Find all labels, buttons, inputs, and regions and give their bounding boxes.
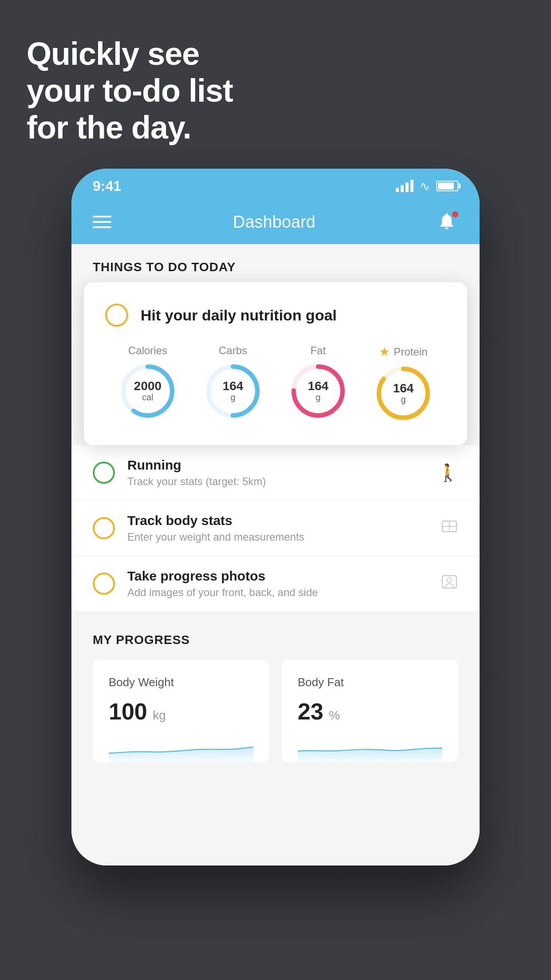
content-area: THINGS TO DO TODAY Hit your daily nutrit… xyxy=(71,244,480,865)
nutrition-carbs: Carbs 164 g xyxy=(204,344,262,420)
star-icon: ★ xyxy=(379,344,390,359)
shoe-icon: 🚶 xyxy=(437,463,458,482)
carbs-label: Carbs xyxy=(219,344,247,357)
body-weight-unit: kg xyxy=(153,708,166,722)
svg-point-12 xyxy=(447,578,452,582)
phone-mockup: 9:41 ∿ Dashboard xyxy=(71,169,480,950)
body-weight-value-row: 100 kg xyxy=(109,698,253,725)
photos-subtitle: Add images of your front, back, and side xyxy=(127,586,441,599)
wifi-icon: ∿ xyxy=(420,179,430,194)
status-bar: 9:41 ∿ xyxy=(71,169,480,200)
body-fat-card[interactable]: Body Fat 23 % xyxy=(282,660,458,762)
calories-unit: cal xyxy=(134,392,161,403)
todo-list: Running Track your stats (target: 5km) 🚶… xyxy=(71,445,480,612)
running-title: Running xyxy=(127,458,437,473)
nutrition-card-title: Hit your daily nutrition goal xyxy=(141,307,337,324)
things-section-header: THINGS TO DO TODAY xyxy=(71,244,480,282)
body-fat-chart xyxy=(298,735,442,762)
fat-label: Fat xyxy=(311,344,326,357)
photos-text: Take progress photos Add images of your … xyxy=(127,569,441,599)
battery-icon xyxy=(436,181,458,191)
calories-ring: 2000 cal xyxy=(119,362,177,420)
carbs-ring: 164 g xyxy=(204,362,262,420)
fat-unit: g xyxy=(308,392,329,403)
protein-unit: g xyxy=(393,395,414,405)
body-fat-unit: % xyxy=(329,708,340,722)
signal-icon xyxy=(396,180,413,192)
status-icons: ∿ xyxy=(396,179,458,194)
person-icon xyxy=(441,573,458,595)
body-fat-label: Body Fat xyxy=(298,676,442,689)
scale-icon xyxy=(441,518,458,539)
nutrition-circles: Calories 2000 cal xyxy=(105,344,446,422)
calories-label: Calories xyxy=(128,344,167,357)
list-item-body-stats[interactable]: Track body stats Enter your weight and m… xyxy=(71,501,480,556)
notification-dot xyxy=(452,211,458,217)
headline: Quickly see your to-do list for the day. xyxy=(27,36,233,146)
nav-title: Dashboard xyxy=(233,213,315,232)
status-time: 9:41 xyxy=(93,178,121,194)
carbs-value-container: 164 g xyxy=(223,380,244,403)
fat-ring: 164 g xyxy=(289,362,347,420)
nutrition-check-circle xyxy=(105,304,128,327)
notification-bell[interactable] xyxy=(437,211,458,233)
photos-check xyxy=(93,573,115,595)
body-weight-label: Body Weight xyxy=(109,676,253,689)
running-check xyxy=(93,462,115,484)
running-subtitle: Track your stats (target: 5km) xyxy=(127,475,437,488)
body-weight-card[interactable]: Body Weight 100 kg xyxy=(93,660,269,762)
list-item-photos[interactable]: Take progress photos Add images of your … xyxy=(71,556,480,612)
protein-label: Protein xyxy=(394,346,427,358)
body-fat-value-row: 23 % xyxy=(298,698,442,725)
protein-value: 164 xyxy=(393,382,414,395)
calories-value: 2000 xyxy=(134,380,161,392)
phone-screen: 9:41 ∿ Dashboard xyxy=(71,169,480,865)
running-text: Running Track your stats (target: 5km) xyxy=(127,458,437,488)
carbs-unit: g xyxy=(223,392,244,403)
hamburger-menu[interactable] xyxy=(93,216,111,228)
card-header: Hit your daily nutrition goal xyxy=(105,304,446,327)
protein-ring: 164 g xyxy=(374,364,432,422)
body-weight-chart xyxy=(109,735,253,762)
nav-bar: Dashboard xyxy=(71,200,480,244)
body-stats-check xyxy=(93,517,115,539)
progress-section: MY PROGRESS Body Weight 100 kg xyxy=(71,612,480,778)
body-weight-value: 100 xyxy=(109,699,147,724)
body-stats-title: Track body stats xyxy=(127,513,441,528)
nutrition-protein: ★ Protein 164 g xyxy=(374,344,432,422)
protein-value-container: 164 g xyxy=(393,382,414,405)
nutrition-card[interactable]: Hit your daily nutrition goal Calories xyxy=(84,282,467,445)
carbs-value: 164 xyxy=(223,380,244,392)
calories-value-container: 2000 cal xyxy=(134,380,161,403)
nutrition-fat: Fat 164 g xyxy=(289,344,347,420)
list-item-running[interactable]: Running Track your stats (target: 5km) 🚶 xyxy=(71,445,480,501)
things-section-title: THINGS TO DO TODAY xyxy=(93,260,236,274)
fat-value: 164 xyxy=(308,380,329,392)
body-stats-subtitle: Enter your weight and measurements xyxy=(127,531,441,543)
body-stats-text: Track body stats Enter your weight and m… xyxy=(127,513,441,543)
progress-cards: Body Weight 100 kg xyxy=(93,660,458,762)
body-fat-value: 23 xyxy=(298,699,323,724)
progress-section-title: MY PROGRESS xyxy=(93,633,458,647)
nutrition-calories: Calories 2000 cal xyxy=(119,344,177,420)
fat-value-container: 164 g xyxy=(308,380,329,403)
photos-title: Take progress photos xyxy=(127,569,441,584)
